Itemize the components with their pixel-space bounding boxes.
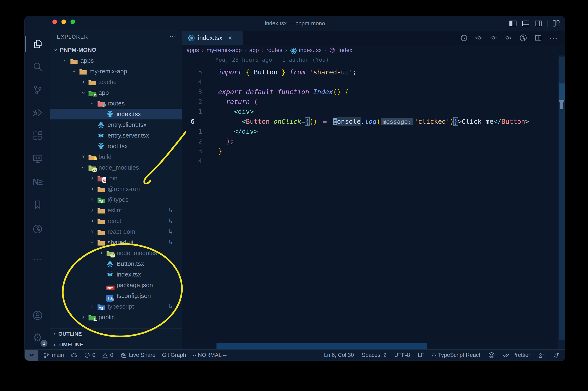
activity-explorer-icon[interactable] [25,33,50,55]
tree-item-index.tsx[interactable]: index.tsx [50,269,182,280]
breadcrumb-item-app[interactable]: app [249,47,259,53]
tree-item-typescript[interactable]: TStypescript↳ [50,301,182,312]
status-ln-6-col-30[interactable]: Ln 6, Col 30 [324,350,354,361]
tree-item-@types[interactable]: TS@types [50,194,182,205]
status-cloud-up[interactable] [67,350,81,361]
views-more-actions-icon[interactable]: ⋯ [169,31,176,42]
activity-remote-explorer-icon[interactable] [25,147,50,170]
tab-index-tsx[interactable]: index.tsx × [182,31,243,45]
code-token: 'clicked' [414,118,450,125]
vertical-scrollbar[interactable] [558,55,565,350]
status-prettier[interactable]: Prettier [503,350,530,361]
outline-section[interactable]: ›OUTLINE [50,328,182,339]
breadcrumb-item-Index[interactable]: Index [338,47,352,53]
status-remote[interactable]: >< [25,350,38,361]
symlink-icon: ↳ [168,226,173,237]
status-typescript-react[interactable]: {}TypeScript React [432,350,480,361]
status-main[interactable]: main [40,350,67,361]
status-utf-8[interactable]: UTF-8 [394,350,410,361]
code-token: import [218,68,242,76]
tree-item-routes[interactable]: routes [50,98,182,109]
remote-icon: >< [29,352,34,358]
code-token [317,118,321,125]
tree-item-build[interactable]: build [50,152,182,162]
tree-item-package.json[interactable]: npmpackage.json [50,280,182,291]
code-area[interactable]: You, 23 hours ago | 1 author (You) 5impo… [182,55,557,350]
activity-run-debug-icon[interactable] [25,101,50,124]
more-icon[interactable]: ⋯ [549,33,559,43]
activity-nx-console-icon[interactable]: N≥ [25,170,50,193]
code-token: } [453,117,458,126]
tree-item-label: react [107,216,121,226]
tree-item-.bin[interactable]: 0110.bin [50,173,182,184]
breadcrumb-separator: › [202,47,204,53]
tree-item-react-dom[interactable]: react-dom↳ [50,226,182,237]
tree-item-root.tsx[interactable]: root.tsx [50,141,182,152]
toggle-secondary-sidebar-icon[interactable] [534,19,543,27]
tree-item-@remix-run[interactable]: @remix-run [50,184,182,194]
activity-bookmarks-icon[interactable] [25,194,50,216]
title-bar[interactable]: index.tsx — pnpm-mono [25,16,565,31]
status-label: Spaces: 2 [362,352,387,358]
commit-left-icon[interactable] [475,34,483,42]
layout-controls [509,16,560,31]
chevron-right-icon [89,184,96,194]
tree-item-react[interactable]: react↳ [50,216,182,226]
commit-right-icon[interactable] [504,34,512,42]
activity-source-control-icon[interactable] [25,78,50,101]
tree-item-my-remix-app[interactable]: my-remix-app [50,66,182,77]
status-0[interactable]: 0 [99,350,116,361]
tree-item-apps[interactable]: apps [50,55,182,66]
toggle-sidebar-icon[interactable] [509,19,517,27]
code-token: export [218,88,242,96]
tree-item-shared-ui[interactable]: shared-ui↳ [50,237,182,248]
tree-item-entry.server.tsx[interactable]: entry.server.tsx [50,130,182,141]
activity-settings-icon[interactable]: ⚙1 [25,326,50,349]
folder-bin-icon: 0110 [97,175,105,182]
tree-root-folder[interactable]: PNPM-MONO [50,45,182,55]
status-octoface[interactable] [488,350,495,361]
tree-item-label: node_modules [98,162,139,173]
tree-item-entry.client.tsx[interactable]: entry.client.tsx [50,119,182,130]
timeline-section[interactable]: ›TIMELINE [50,339,182,350]
breadcrumb-item-routes[interactable]: routes [267,47,283,53]
tree-item-label: root.tsx [107,141,128,152]
close-tab-icon[interactable]: × [228,34,232,42]
tree-item-tsconfig.json[interactable]: TS⚙tsconfig.json [50,291,182,301]
commit-icon[interactable] [490,34,497,42]
activity-extensions-icon[interactable] [25,124,50,147]
split-editor-icon[interactable] [534,34,542,42]
code-token [274,88,278,96]
status-git-graph[interactable]: Git Graph [159,350,189,361]
tree-item-eslint[interactable]: eslint↳ [50,205,182,216]
horizontal-scrollbar-thumb[interactable] [216,343,427,349]
activity-account-icon[interactable] [25,304,50,327]
status-feedback[interactable] [538,350,545,361]
gitlens-graph-icon[interactable] [519,34,527,42]
customize-layout-icon[interactable] [552,19,560,27]
folder-node-icon: JS [106,249,114,257]
activity-search-icon[interactable] [25,55,50,78]
tree-item-Button.tsx[interactable]: Button.tsx [50,258,182,269]
status-live-share[interactable]: Live Share [116,350,159,361]
status--normal-[interactable]: -- NORMAL -- [189,350,230,361]
status-0[interactable]: 0 [81,350,99,361]
breadcrumb-item-index.tsx[interactable]: index.tsx [299,47,322,53]
tree-item-app[interactable]: ⚙app [50,87,182,98]
status-bell-dot[interactable] [553,350,560,361]
breadcrumb-item-apps[interactable]: apps [187,47,199,53]
line-number: 2 [186,97,202,107]
breadcrumb-item-my-remix-app[interactable]: my-remix-app [206,47,242,53]
tree-item-node_modules[interactable]: JSnode_modules [50,248,182,258]
toggle-panel-icon[interactable] [522,19,530,27]
tree-item-index.tsx[interactable]: index.tsx [50,109,182,119]
symbol-module-icon [329,47,335,53]
status-lf[interactable]: LF [418,350,424,361]
tree-item-node_modules[interactable]: JSnode_modules [50,162,182,173]
tree-item-.cache[interactable]: .cache [50,77,182,87]
activity-more-icon[interactable]: ⋯ [25,248,50,270]
status-spaces-2[interactable]: Spaces: 2 [362,350,387,361]
history-icon[interactable] [460,34,468,42]
tree-item-public[interactable]: public [50,312,182,322]
activity-gitlens-icon[interactable] [25,218,50,240]
